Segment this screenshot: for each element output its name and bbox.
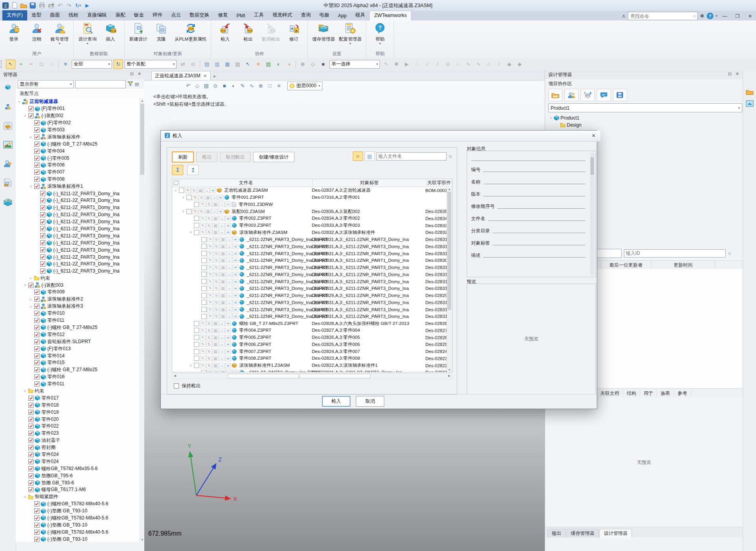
item-checkbox[interactable] — [40, 205, 45, 210]
expander-open-icon[interactable]: ▿ — [181, 209, 186, 213]
item-checkbox[interactable] — [28, 431, 34, 436]
badge-icon[interactable]: ◑ — [284, 60, 294, 69]
file-row-_6211-2ZNR_PART3_Domy_Ina.Z3PRT[interactable]: ✎↻▤→∞_6211-2ZNR_PART3_Domy_Ina.Z3PRTDes-… — [172, 299, 452, 306]
row-checkbox[interactable] — [201, 237, 207, 242]
node-icon[interactable] — [2, 82, 13, 93]
tab-add-icon[interactable]: + — [210, 72, 218, 80]
document-tab[interactable]: 正齿轮减速器.Z3ASM ✕ — [151, 71, 210, 80]
item-checkbox[interactable] — [34, 501, 39, 506]
scroll-up-icon[interactable]: ▲ — [447, 187, 452, 191]
row-checkbox[interactable] — [201, 279, 207, 284]
new-file-icon[interactable] — [11, 2, 19, 9]
file-row-_6211-2ZNR_PART3_Domy_Ina.Z3PRT[interactable]: ✎↻▤→∞_6211-2ZNR_PART3_Domy_Ina.Z3PRTDes-… — [172, 278, 452, 285]
frame-icon[interactable]: □ — [265, 82, 274, 90]
item-checkbox[interactable] — [34, 367, 39, 372]
row-checkbox[interactable] — [201, 272, 207, 277]
curve-icon[interactable]: ∿ — [474, 60, 483, 69]
row-checkbox[interactable] — [194, 356, 199, 361]
product-combo[interactable]: Product1 ▾ — [548, 103, 742, 112]
detail-tab-参考[interactable]: 参考 — [674, 390, 691, 397]
list-header-更新时间[interactable]: 更新时间 — [652, 261, 715, 269]
item-checkbox[interactable] — [34, 149, 39, 154]
close-panel-icon[interactable]: ✕ — [138, 71, 141, 77]
help-caret-icon[interactable]: ▾ — [716, 14, 717, 18]
tree-item-零件006[interactable]: 零件006 — [16, 162, 140, 169]
item-checkbox[interactable] — [34, 311, 39, 316]
tree-item-(-)螺栓GB_T5782-M8x40-5.6[interactable]: (-)螺栓GB_T5782-M8x40-5.6 — [16, 515, 140, 522]
row-checkbox[interactable] — [201, 370, 207, 372]
segment-icon[interactable]: / — [494, 60, 504, 69]
line-icon[interactable]: / — [423, 60, 432, 69]
item-checkbox[interactable] — [40, 240, 45, 245]
ellipse-icon[interactable]: ○ — [453, 60, 463, 69]
scroll-right-icon[interactable]: ▶ — [447, 374, 452, 378]
menu-tab-视觉样式[interactable]: 视觉样式 — [268, 10, 296, 21]
menu-tab-ZWTeamworks[interactable]: ZWTeamworks — [369, 11, 412, 21]
select-tool-icon[interactable]: ↖ — [382, 60, 391, 69]
window-select-icon[interactable]: □ — [37, 60, 46, 69]
menu-tab-直接编辑[interactable]: 直接编辑 — [83, 10, 111, 21]
tree-item-滚珠轴承标准件2[interactable]: ▹滚珠轴承标准件2 — [16, 296, 140, 303]
tree-item-约束[interactable]: ▹约束 — [16, 388, 140, 395]
checkin-confirm-button[interactable]: 检入 — [322, 396, 350, 407]
column-header-对象标签[interactable]: 对象标签 — [313, 179, 426, 187]
tree-item-零件024[interactable]: 零件024 — [16, 458, 140, 465]
chat-icon[interactable] — [597, 89, 611, 101]
tree-item-智能紧固件[interactable]: ▿智能紧固件 — [16, 493, 140, 501]
scope-combo[interactable]: 整个装配▾ — [125, 60, 177, 69]
arc-icon[interactable]: ∩ — [484, 60, 493, 69]
item-checkbox[interactable] — [34, 170, 39, 175]
item-checkbox[interactable] — [28, 487, 34, 492]
measure-icon[interactable]: ⇄ — [178, 60, 188, 69]
tree-item-(-)装配003[interactable]: ▿(-)装配003 — [16, 282, 140, 289]
item-checkbox[interactable] — [28, 466, 34, 471]
row-checkbox[interactable] — [186, 195, 192, 200]
collapse-all-icon[interactable]: ▧ — [233, 60, 242, 69]
view-box-icon[interactable] — [2, 120, 13, 131]
play-icon[interactable]: ▶ — [83, 2, 91, 9]
filter-list-icon[interactable]: ≡ — [61, 60, 70, 69]
item-checkbox[interactable] — [34, 346, 39, 351]
ribbon-button-克隆[interactable]: 克隆 — [151, 22, 172, 43]
polyline-icon[interactable]: / — [433, 60, 442, 69]
item-checkbox[interactable] — [40, 261, 45, 267]
info-scrollbar[interactable] — [590, 153, 594, 275]
back-view-icon[interactable]: ↶ — [184, 82, 193, 90]
row-checkbox[interactable] — [194, 202, 199, 207]
file-row-零件001.Z3PRT[interactable]: ▿✎↻▤→∞零件001.Z3PRTDes-07316,A,2:零件001 — [172, 194, 452, 201]
tree-item-正齿轮减速器[interactable]: ▿正齿轮减速器 — [16, 98, 140, 105]
tree-item-零件003[interactable]: 零件003 — [16, 127, 140, 134]
tree-item-(-)螺栓 GB_T 27-M8x25[interactable]: (-)螺栓 GB_T 27-M8x25 — [16, 140, 140, 148]
expander-open-icon[interactable]: ▿ — [22, 283, 28, 287]
expander-closed-icon[interactable]: ▹ — [28, 297, 34, 301]
menu-tab-PMI[interactable]: PMI — [232, 11, 250, 21]
dialog-close-icon[interactable]: ✕ — [590, 133, 597, 139]
row-checkbox[interactable] — [201, 300, 207, 305]
regen-icon[interactable]: ↻▾ — [74, 2, 82, 9]
item-checkbox[interactable] — [34, 537, 39, 542]
file-row-_6211-2ZNR_PART3_Domy_Ina.Z3PRT[interactable]: ✎↻▤→∞_6211-2ZNR_PART3_Domy_Ina.Z3PRTDes-… — [172, 313, 452, 320]
file-row-螺栓 GB_T 27-M8x25.Z3PRT[interactable]: ✎↻▤→∞螺栓 GB_T 27-M8x25.Z3PRTDes-02828,A,3… — [172, 320, 452, 327]
collapse-tree-icon[interactable]: ▥ — [212, 60, 222, 69]
tree-item-密封圈[interactable]: 密封圈 — [16, 444, 140, 451]
members-icon[interactable] — [564, 89, 579, 101]
tree-item-垫圈GB_T95-6[interactable]: 垫圈GB_T95-6 — [16, 472, 140, 479]
file-row-滚珠轴承标准件.Z3ASM[interactable]: ▿✎↻▤→∞滚珠轴承标准件.Z3ASMDes-02832,A,3:滚珠轴承标准件… — [172, 229, 452, 236]
expander-closed-icon[interactable]: ▹ — [28, 276, 34, 280]
tree-item-约束[interactable]: ▹约束 — [16, 275, 140, 282]
upload-all-icon[interactable]: ↥ — [187, 165, 199, 175]
half-shade-icon[interactable]: ◐ — [229, 82, 238, 90]
tree-item-滚珠轴承标准件3[interactable]: ▹滚珠轴承标准件3 — [16, 303, 140, 310]
list-lines-icon[interactable]: ≡ — [274, 82, 283, 90]
detail-tab-用于[interactable]: 用于 — [640, 390, 657, 397]
tree-item-螺母GB_T6177.1-M6[interactable]: 螺母GB_T6177.1-M6 — [16, 486, 140, 493]
ribbon-button-缓存管理器[interactable]: 缓存管理器 — [311, 22, 336, 43]
section-icon[interactable]: ⊙ — [211, 82, 220, 90]
dock-tab-输出[interactable]: 输出 — [547, 529, 566, 538]
plm-doc-icon[interactable]: PLM — [2, 177, 13, 188]
tree-item-(-)螺栓GB_T5782-M8x40-5.6[interactable]: (-)螺栓GB_T5782-M8x40-5.6 — [16, 501, 140, 508]
item-checkbox[interactable] — [34, 120, 39, 125]
tree-item-(-)_6211-2Z_PART3_Domy_Ina[interactable]: (-)_6211-2Z_PART3_Domy_Ina — [16, 232, 140, 239]
item-checkbox[interactable] — [40, 198, 45, 203]
ribbon-button-帮助[interactable]: ?帮助▾ — [369, 22, 391, 46]
